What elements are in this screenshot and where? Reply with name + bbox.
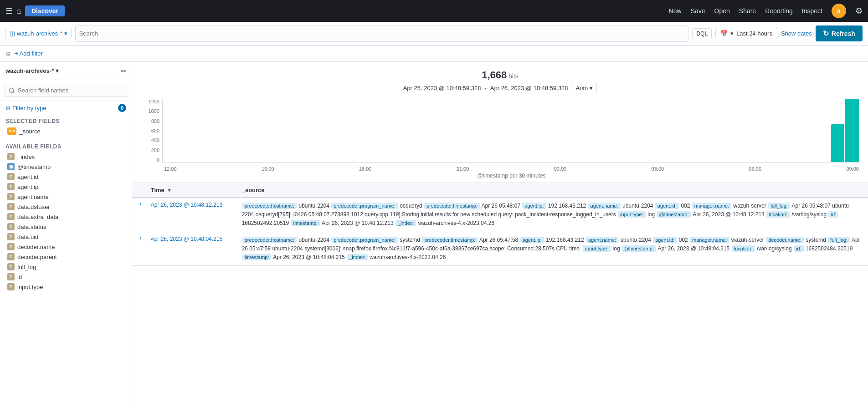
field-badge-value: systemd	[400, 237, 421, 243]
source-column-header[interactable]: _source	[236, 183, 868, 198]
field-badge-label: manager.name:	[690, 237, 729, 243]
top-nav-right: New Save Open Share Reporting Inspect a …	[669, 4, 863, 18]
results-table-header: Time ▾ _source	[132, 183, 868, 198]
field-name-12: id	[17, 274, 22, 280]
field-badge-label: timestamp:	[291, 220, 320, 226]
time-column-header[interactable]: Time ▾	[145, 183, 236, 198]
field-item-decoder-parent[interactable]: tdecoder.parent	[5, 252, 126, 262]
results-area[interactable]: Time ▾ _source ›Apr 26, 2023 @ 10:48:12.…	[132, 183, 868, 407]
search-fields-input[interactable]	[5, 84, 127, 97]
field-badge-label: predecoder.program_name:	[331, 203, 398, 209]
inspect-link[interactable]: Inspect	[802, 7, 822, 15]
x-label-06: 06:00	[749, 166, 762, 172]
search-bar: ◫ wazuh-archives-* ▾ DQL 📅 ▾ Last 24 hou…	[0, 22, 868, 46]
index-dropdown-icon: ▾	[64, 30, 67, 37]
avatar[interactable]: a	[832, 4, 846, 18]
selected-fields-section: Selected fields </> _source	[0, 115, 132, 137]
field-badge-value: ubuntu-2204	[622, 203, 655, 209]
field-item-full-log[interactable]: tfull_log	[5, 262, 126, 272]
show-dates-button[interactable]: Show dates	[781, 30, 812, 37]
field-badge-label: manager.name:	[692, 203, 731, 209]
field-badge-value: Apr 26 05:48:07	[482, 203, 522, 209]
open-link[interactable]: Open	[714, 7, 730, 15]
field-item-data-status[interactable]: tdata.status	[5, 222, 126, 232]
refresh-button[interactable]: ↻ Refresh	[816, 25, 863, 41]
index-pattern-chevron: ▾	[56, 67, 59, 74]
chart-bar-47[interactable]	[845, 99, 859, 162]
expand-row-button-0[interactable]: ›	[136, 198, 145, 209]
collapse-sidebar-icon[interactable]: ⇐	[120, 66, 126, 75]
field-badge-label: agent.name:	[588, 203, 621, 209]
chart-bar-46[interactable]	[831, 124, 845, 162]
search-fields-wrap	[0, 80, 132, 101]
y-label-1000: 1000	[149, 108, 159, 114]
time-range-dropdown-icon: ▾	[730, 30, 734, 37]
field-type-icon-3: t	[7, 183, 15, 190]
index-pattern-name[interactable]: wazuh-archives-* ▾	[5, 67, 59, 74]
search-input[interactable]	[79, 30, 685, 37]
chart-y-axis: 1200 1000 800 600 400 200 0	[139, 99, 162, 163]
field-type-code-icon: </>	[7, 127, 16, 135]
hamburger-icon[interactable]: ☰	[5, 6, 13, 16]
y-label-600: 600	[151, 128, 159, 133]
x-label-03: 03:00	[652, 166, 664, 172]
field-badge-value: 192.168.43.212	[548, 203, 588, 209]
field-name-1: @timestamp	[17, 163, 51, 170]
field-badge-label: full_log:	[828, 237, 850, 243]
field-badge-label: location:	[766, 211, 790, 218]
field-type-icon-11: t	[7, 263, 15, 270]
field-item-data-extra-data[interactable]: tdata.extra_data	[5, 212, 126, 222]
field-item-decoder-name[interactable]: tdecoder.name	[5, 242, 126, 252]
field-item-agent-id[interactable]: tagent.id	[5, 172, 126, 182]
field-item--index[interactable]: t_index	[5, 152, 126, 162]
field-badge-value: log	[613, 245, 621, 252]
field-item-id[interactable]: tid	[5, 272, 126, 282]
field-badge-label: agent.id:	[653, 237, 677, 243]
time-cell-0: Apr 26, 2023 @ 10:48:12.213	[145, 198, 236, 232]
table-row: ›Apr 26, 2023 @ 10:48:04.215predecoder.h…	[132, 232, 868, 266]
home-icon[interactable]: ⌂	[16, 6, 21, 16]
new-link[interactable]: New	[669, 7, 682, 15]
field-name-5: data.dstuser	[17, 204, 50, 210]
field-type-icon-2: t	[7, 173, 15, 180]
share-link[interactable]: Share	[739, 7, 756, 15]
field-badge-label: @timestamp:	[657, 211, 691, 218]
save-link[interactable]: Save	[691, 7, 705, 15]
field-badge-label: agent.ip:	[520, 237, 544, 243]
available-fields-section: Available fields t_index▦@timestamptagen…	[0, 141, 132, 293]
results-tbody: ›Apr 26, 2023 @ 10:48:12.213predecoder.h…	[132, 198, 868, 266]
add-filter-button[interactable]: + Add filter	[15, 50, 43, 57]
field-item-data-uid[interactable]: tdata.uid	[5, 232, 126, 242]
dql-badge[interactable]: DQL	[692, 28, 712, 39]
index-pattern-badge: ◫	[10, 30, 15, 37]
field-item-data-dstuser[interactable]: tdata.dstuser	[5, 202, 126, 212]
time-selector[interactable]: 📅 ▾ Last 24 hours	[715, 28, 777, 39]
index-selector[interactable]: ◫ wazuh-archives-* ▾	[5, 28, 72, 39]
field-item-source[interactable]: </> _source	[5, 126, 126, 136]
field-badge-value: Apr 26, 2023 @ 10:48:12.213	[322, 220, 395, 226]
expand-row-button-1[interactable]: ›	[136, 232, 145, 243]
field-item--timestamp[interactable]: ▦@timestamp	[5, 162, 126, 172]
field-badge-value: /var/log/syslog	[791, 211, 828, 218]
app-name[interactable]: Discover	[25, 5, 65, 16]
field-badge-label: input.type:	[583, 245, 611, 252]
field-badge-label: _index:	[347, 254, 367, 260]
field-badge-value: systemd	[806, 237, 827, 243]
index-pattern-text: wazuh-archives-*	[17, 30, 62, 37]
settings-icon[interactable]: ⚙	[855, 6, 863, 16]
field-item-agent-name[interactable]: tagent.name	[5, 192, 126, 202]
field-badge-value: log	[647, 211, 656, 218]
field-type-icon-5: t	[7, 203, 15, 210]
x-label-09: 09:00	[846, 166, 859, 172]
field-name-0: _index	[17, 153, 35, 160]
field-badge-label: agent.ip:	[522, 203, 546, 209]
reporting-link[interactable]: Reporting	[765, 7, 793, 15]
filter-by-type-button[interactable]: ⊕ Filter by type	[5, 105, 46, 112]
y-label-1200: 1200	[149, 99, 159, 104]
field-item-input-type[interactable]: tinput.type	[5, 282, 126, 292]
field-item-agent-ip[interactable]: tagent.ip	[5, 182, 126, 192]
expand-column-header	[132, 183, 145, 198]
field-name-7: data.status	[17, 224, 46, 230]
auto-select-dropdown[interactable]: Auto ▾	[572, 83, 597, 93]
field-name-9: decoder.name	[17, 244, 55, 250]
